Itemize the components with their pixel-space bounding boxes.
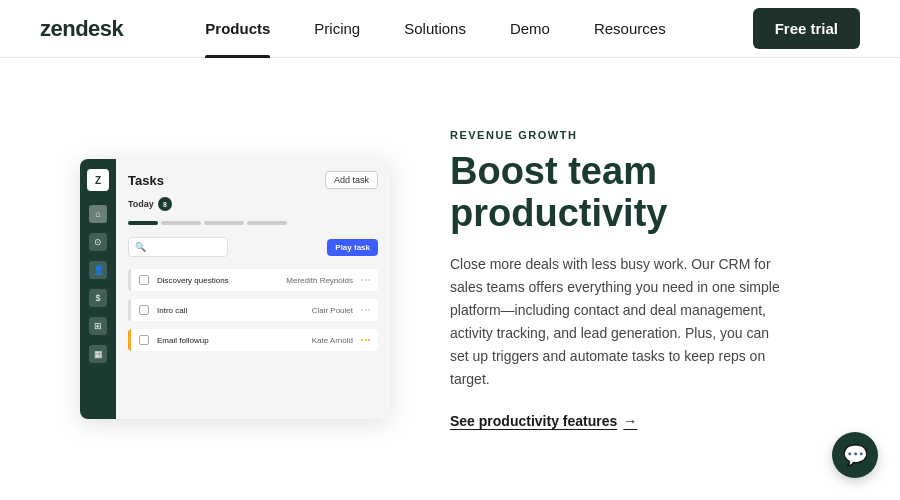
mock-play-task-button[interactable]: Play task [327, 239, 378, 256]
free-trial-button[interactable]: Free trial [753, 8, 860, 49]
mock-task-check-1[interactable] [139, 275, 149, 285]
logo[interactable]: zendesk [40, 16, 123, 42]
app-mockup: Z ⌂ ⊙ 👤 $ ⊞ ▦ Tasks Add task [80, 159, 390, 419]
mock-task-name-2: Intro call [157, 306, 304, 315]
main-nav: Products Pricing Solutions Demo Resource… [183, 0, 687, 58]
mock-task-row-2: Intro call Clair Poulet [128, 299, 378, 321]
mock-task-row-1: Discovery questions Meredith Reynolds [128, 269, 378, 291]
nav-item-resources[interactable]: Resources [572, 0, 688, 58]
mock-sidebar-chart-icon: ▦ [89, 345, 107, 363]
mock-sidebar-power-icon: ⊙ [89, 233, 107, 251]
mock-task-row-3: Email followup Kate Arnold [128, 329, 378, 351]
nav-item-demo[interactable]: Demo [488, 0, 572, 58]
mock-task-assignee-1: Meredith Reynolds [286, 276, 353, 285]
mock-task-name-3: Email followup [157, 336, 304, 345]
mock-search-row: 🔍 Play task [128, 237, 378, 257]
nav-item-products[interactable]: Products [183, 0, 292, 58]
mock-progress-bar-4 [247, 221, 287, 225]
mock-progress-row [128, 221, 378, 225]
site-header: zendesk Products Pricing Solutions Demo … [0, 0, 900, 58]
mock-today-label: Today [128, 199, 154, 209]
mock-search-box[interactable]: 🔍 [128, 237, 228, 257]
mock-task-assignee-2: Clair Poulet [312, 306, 353, 315]
headline: Boost team productivity [450, 151, 840, 235]
mock-search-icon: 🔍 [135, 242, 146, 252]
content-right: REVENUE GROWTH Boost team productivity C… [450, 129, 840, 429]
nav-item-solutions[interactable]: Solutions [382, 0, 488, 58]
headline-line2: productivity [450, 192, 667, 234]
mock-task-check-3[interactable] [139, 335, 149, 345]
mock-progress-bar-1 [128, 221, 158, 225]
mock-task-dots-3 [361, 339, 370, 341]
mock-sidebar-dollar-icon: $ [89, 289, 107, 307]
mock-add-task-button[interactable]: Add task [325, 171, 378, 189]
mock-sidebar-home-icon: ⌂ [89, 205, 107, 223]
chat-bubble-button[interactable]: 💬 [832, 432, 878, 478]
mock-task-check-2[interactable] [139, 305, 149, 315]
cta-link-label: See productivity features [450, 413, 617, 429]
cta-link[interactable]: See productivity features → [450, 413, 840, 429]
mock-task-name-1: Discovery questions [157, 276, 278, 285]
mock-sidebar-grid-icon: ⊞ [89, 317, 107, 335]
mock-today-row: Today 8 [128, 197, 378, 211]
mock-progress-bar-2 [161, 221, 201, 225]
mock-task-dots-2 [361, 309, 370, 311]
mock-progress-bar-3 [204, 221, 244, 225]
headline-line1: Boost team [450, 150, 657, 192]
eyebrow-label: REVENUE GROWTH [450, 129, 840, 141]
mock-today-badge: 8 [158, 197, 172, 211]
mock-task-dots-1 [361, 279, 370, 281]
mock-sidebar-logo: Z [87, 169, 109, 191]
chat-icon: 💬 [843, 443, 868, 467]
nav-item-pricing[interactable]: Pricing [292, 0, 382, 58]
cta-arrow: → [623, 413, 637, 429]
mock-panel-header: Tasks Add task [128, 171, 378, 189]
mock-panel: Tasks Add task Today 8 🔍 Play task [116, 159, 390, 419]
mock-sidebar-user-icon: 👤 [89, 261, 107, 279]
mock-tasks-title: Tasks [128, 173, 164, 188]
mock-task-assignee-3: Kate Arnold [312, 336, 353, 345]
mock-sidebar: Z ⌂ ⊙ 👤 $ ⊞ ▦ [80, 159, 116, 419]
main-content: Z ⌂ ⊙ 👤 $ ⊞ ▦ Tasks Add task [0, 58, 900, 500]
description-text: Close more deals with less busy work. Ou… [450, 253, 790, 392]
